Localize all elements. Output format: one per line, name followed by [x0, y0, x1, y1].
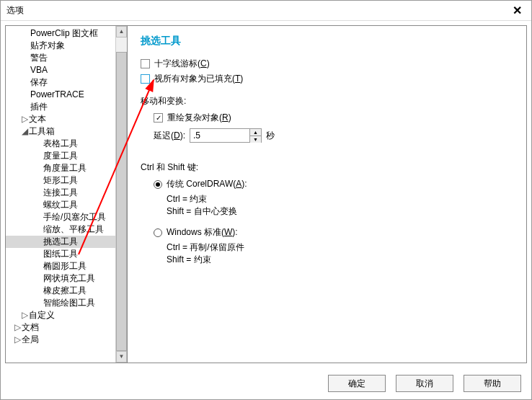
spin-down-icon[interactable]: ▼	[250, 136, 261, 143]
tree-item[interactable]: 网状填充工具	[6, 272, 115, 285]
scroll-thumb[interactable]	[116, 52, 127, 351]
ok-button[interactable]: 确定	[328, 375, 386, 392]
windows-standard-radio[interactable]	[154, 228, 162, 237]
dialog-title: 选项	[6, 4, 508, 17]
crosshair-cursor-checkbox[interactable]	[141, 59, 150, 68]
panel-heading: 挑选工具	[141, 35, 513, 48]
tree-item[interactable]: 缩放、平移工具	[6, 223, 115, 236]
scroll-down-icon[interactable]: ▼	[116, 351, 127, 363]
redraw-complex-label: 重绘复杂对象(R)	[167, 112, 231, 124]
tree-scrollbar[interactable]: ▲ ▼	[115, 26, 127, 363]
traditional-radio-label: 传统 CorelDRAW(A):	[167, 178, 247, 190]
traditional-desc1: Ctrl = 约束	[167, 193, 513, 205]
tree-item[interactable]: 保存	[6, 76, 115, 89]
cancel-button[interactable]: 取消	[396, 375, 453, 392]
treat-filled-checkbox[interactable]	[141, 74, 150, 84]
tree-item-text[interactable]: ▷文本	[6, 113, 115, 125]
expand-icon[interactable]: ▷	[22, 309, 29, 321]
delay-input[interactable]: .5 ▲ ▼	[190, 128, 262, 143]
traditional-desc2: Shift = 自中心变换	[167, 205, 513, 218]
tree-item-pick-tool[interactable]: 挑选工具	[6, 236, 115, 248]
tree-item[interactable]: 连接工具	[6, 187, 115, 199]
windows-desc2: Shift = 约束	[167, 254, 513, 266]
delay-label: 延迟(D):	[154, 130, 185, 142]
tree-item[interactable]: 警告	[6, 52, 115, 64]
scroll-up-icon[interactable]: ▲	[116, 26, 127, 37]
tree-item[interactable]: 贴齐对象	[6, 40, 115, 52]
delay-unit: 秒	[266, 130, 275, 142]
tree-item-toolbox[interactable]: ◢工具箱	[6, 125, 115, 138]
tree-item[interactable]: PowerTRACE	[6, 89, 115, 101]
tree-item[interactable]: VBA	[6, 64, 115, 76]
help-button[interactable]: 帮助	[464, 375, 521, 392]
expand-icon[interactable]: ▷	[14, 321, 22, 334]
tree-item[interactable]: 智能绘图工具	[6, 297, 115, 309]
expand-icon[interactable]: ▷	[14, 334, 22, 346]
tree-item-document[interactable]: ▷文档	[6, 321, 115, 334]
ctrl-shift-label: Ctrl 和 Shift 键:	[141, 161, 513, 174]
tree-item[interactable]: 手绘/贝塞尔工具	[6, 211, 115, 223]
options-tree[interactable]: PowerClip 图文框 贴齐对象 警告 VBA 保存 PowerTRACE …	[6, 26, 115, 363]
delay-value: .5	[193, 130, 200, 141]
tree-item[interactable]: 插件	[6, 101, 115, 113]
windows-standard-radio-label: Windows 标准(W):	[167, 226, 238, 239]
spin-up-icon[interactable]: ▲	[250, 129, 261, 136]
tree-item[interactable]: 矩形工具	[6, 174, 115, 187]
settings-panel: 挑选工具 十字线游标(C) 视所有对象为已填充(T) 移动和变换: 重绘复杂对象…	[128, 25, 527, 363]
windows-desc1: Ctrl = 再制/保留原件	[167, 241, 513, 254]
redraw-complex-checkbox[interactable]	[154, 113, 163, 123]
tree-item[interactable]: 螺纹工具	[6, 199, 115, 211]
tree-item[interactable]: PowerClip 图文框	[6, 27, 115, 40]
close-icon[interactable]: ✕	[508, 4, 526, 17]
crosshair-cursor-label: 十字线游标(C)	[154, 58, 210, 70]
tree-item[interactable]: 表格工具	[6, 138, 115, 150]
traditional-radio[interactable]	[154, 180, 162, 189]
tree-item[interactable]: 椭圆形工具	[6, 260, 115, 272]
tree-item[interactable]: 角度量工具	[6, 162, 115, 174]
tree-item[interactable]: 橡皮擦工具	[6, 285, 115, 297]
move-transform-label: 移动和变换:	[141, 95, 513, 107]
expand-icon[interactable]: ▷	[22, 113, 29, 125]
tree-item-global[interactable]: ▷全局	[6, 334, 115, 346]
tree-item-custom[interactable]: ▷自定义	[6, 309, 115, 321]
treat-filled-label: 视所有对象为已填充(T)	[154, 73, 243, 85]
delay-spinner[interactable]: ▲ ▼	[249, 129, 261, 142]
tree-item[interactable]: 度量工具	[6, 150, 115, 162]
tree-item[interactable]: 图纸工具	[6, 248, 115, 260]
collapse-icon[interactable]: ◢	[22, 125, 29, 138]
